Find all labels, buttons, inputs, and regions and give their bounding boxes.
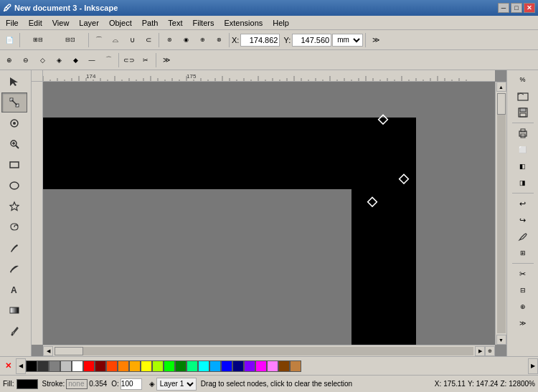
tool-calligraphy[interactable] (1, 259, 27, 279)
tool-ellipse[interactable] (1, 176, 27, 196)
tool-rect[interactable] (1, 155, 27, 175)
rp-icon4[interactable]: ⊞ (511, 245, 534, 261)
scroll-right-button[interactable]: ▶ (475, 346, 485, 356)
tb2-line[interactable]: — (84, 52, 100, 68)
color-swatch-cyan[interactable] (198, 360, 209, 372)
color-swatch-dark_blue[interactable] (232, 360, 244, 372)
tool-tweak[interactable] (1, 113, 27, 133)
color-swatch-light_gray[interactable] (60, 360, 72, 372)
rp-redo[interactable]: ↪ (511, 212, 534, 228)
palette-none-color[interactable]: ✕ (0, 358, 16, 374)
canvas-container[interactable]: 174 175 (32, 70, 506, 356)
menu-object[interactable]: Object (105, 17, 136, 29)
tb2-smooth[interactable]: ◈ (51, 52, 67, 68)
color-swatch-yellow[interactable] (141, 360, 152, 372)
tool-node[interactable] (1, 92, 27, 113)
scroll-end-button[interactable]: ⊕ (485, 346, 495, 356)
rp-scissors[interactable]: ✂ (511, 266, 534, 282)
color-swatch-cyan_green[interactable] (187, 360, 198, 372)
color-swatch-red[interactable] (83, 360, 95, 372)
color-swatch-yellow_orange[interactable] (129, 360, 141, 372)
rp-zoom-pencil[interactable] (511, 229, 534, 244)
rp-undo[interactable]: ↩ (511, 196, 534, 211)
color-swatch-gray[interactable] (49, 360, 60, 372)
tb-snap1[interactable]: ⊛ (161, 32, 177, 48)
color-swatch-black[interactable] (26, 360, 37, 372)
canvas[interactable] (43, 82, 495, 345)
color-swatch-dark_green[interactable] (175, 360, 187, 372)
close-button[interactable]: ✕ (524, 3, 535, 13)
palette-scroll-left[interactable]: ◀ (16, 358, 26, 374)
color-swatch-tan[interactable] (290, 360, 301, 372)
color-swatch-yellow_green[interactable] (152, 360, 164, 372)
rp-print[interactable] (511, 125, 534, 141)
menu-file[interactable]: File (1, 17, 23, 29)
menu-path[interactable]: Path (138, 17, 163, 29)
tb-node-icon4[interactable]: ⊂ (141, 32, 156, 48)
tool-text[interactable]: A (1, 279, 27, 300)
color-swatch-orange_red[interactable] (106, 360, 118, 372)
color-swatch-dark_red[interactable] (95, 360, 106, 372)
tb2-del-node[interactable]: ⊖ (18, 52, 34, 68)
tb2-join[interactable]: ⊂⊃ (121, 52, 137, 68)
tb2-symmetric[interactable]: ◆ (67, 52, 83, 68)
horizontal-scrollbar[interactable]: ◀ ▶ ⊕ (43, 345, 495, 356)
fill-color-box[interactable] (16, 379, 38, 389)
color-swatch-pink[interactable] (267, 360, 278, 372)
menu-edit[interactable]: Edit (24, 17, 47, 29)
stroke-color-box[interactable]: none (66, 379, 88, 389)
color-swatch-magenta[interactable] (255, 360, 267, 372)
maximize-button[interactable]: □ (511, 3, 522, 13)
menu-view[interactable]: View (48, 17, 74, 29)
rp-snap1[interactable]: % (511, 72, 534, 87)
rp-icon3[interactable]: ◨ (511, 175, 534, 191)
minimize-button[interactable]: ─ (498, 3, 509, 13)
rp-icon7[interactable]: ≫ (511, 315, 534, 331)
opacity-input[interactable] (121, 378, 142, 390)
x-input[interactable] (240, 34, 280, 47)
tb-group[interactable]: ⊟⊡ (55, 32, 86, 48)
tb-node-icon1[interactable]: ⌒ (91, 32, 107, 48)
tb2-add-node[interactable]: ⊕ (1, 52, 17, 68)
tb-snap2[interactable]: ◉ (178, 32, 194, 48)
palette-scroll-right[interactable]: ▶ (528, 358, 538, 374)
menu-text[interactable]: Text (164, 17, 187, 29)
tb-node-icon2[interactable]: ⌓ (108, 32, 123, 48)
color-swatch-dark_gray[interactable] (37, 360, 49, 372)
color-swatch-orange[interactable] (118, 360, 129, 372)
scroll-left-button[interactable]: ◀ (43, 346, 53, 356)
scroll-v-thumb[interactable] (497, 93, 506, 115)
color-swatch-blue[interactable] (221, 360, 232, 372)
color-swatch-white[interactable] (72, 360, 83, 372)
tool-dropper[interactable] (1, 321, 27, 341)
rp-open-file[interactable] (511, 88, 534, 104)
y-input[interactable] (292, 34, 331, 47)
scroll-h-thumb[interactable] (55, 347, 83, 355)
tb-snap3[interactable]: ⊕ (194, 32, 210, 48)
vertical-scrollbar[interactable]: ▲ ▼ (495, 82, 506, 345)
unit-select[interactable]: mm px pt in (332, 34, 363, 47)
menu-help[interactable]: Help (268, 17, 293, 29)
tool-zoom[interactable] (1, 134, 27, 154)
menu-filters[interactable]: Filters (189, 17, 219, 29)
scroll-up-button[interactable]: ▲ (496, 82, 506, 92)
tool-spiral[interactable] (1, 217, 27, 237)
layer-select[interactable]: Layer 1 (156, 378, 197, 391)
scroll-down-button[interactable]: ▼ (496, 335, 506, 345)
rp-icon2[interactable]: ◧ (511, 158, 534, 174)
tool-select[interactable] (1, 72, 27, 92)
menu-extensions[interactable]: Extensions (220, 17, 267, 29)
menu-layer[interactable]: Layer (75, 17, 103, 29)
tb2-corner[interactable]: ◇ (34, 52, 50, 68)
tool-pencil[interactable] (1, 238, 27, 258)
tb-node-icon3[interactable]: ∪ (124, 32, 140, 48)
tb-new[interactable]: 📄 (1, 32, 17, 48)
tb-snap4[interactable]: ⊗ (211, 32, 227, 48)
rp-icon1[interactable]: ⬜ (511, 142, 534, 158)
tool-gradient[interactable] (1, 300, 27, 320)
color-swatch-light_blue[interactable] (209, 360, 221, 372)
tool-star[interactable] (1, 196, 27, 216)
color-swatch-purple[interactable] (244, 360, 255, 372)
rp-icon5[interactable]: ⊟ (511, 282, 534, 298)
tb2-curve[interactable]: ⌒ (100, 52, 116, 68)
